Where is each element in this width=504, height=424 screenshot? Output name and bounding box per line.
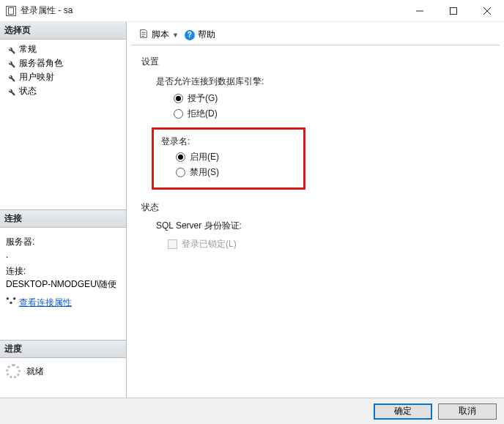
page-item-label: 常规 [19, 43, 37, 56]
login-label: 登录名: [161, 135, 259, 148]
progress-header: 进度 [0, 340, 126, 358]
chevron-down-icon: ▼ [172, 31, 179, 39]
content-area: 设置 是否允许连接到数据库引擎: 授予(G) 拒绝(D) 登录名: 启用(E) [127, 45, 504, 398]
page-item-label: 状态 [19, 85, 37, 97]
grant-label: 授予(G) [188, 92, 218, 105]
title-bar: 登录属性 - sa [0, 0, 504, 22]
checkbox-icon [168, 239, 177, 249]
radio-icon [176, 152, 185, 162]
permission-label: 是否允许连接到数据库引擎: [156, 75, 489, 88]
window-title: 登录属性 - sa [21, 4, 73, 17]
maximize-button[interactable] [437, 0, 470, 22]
sidebar: 选择页 常规 服务器角色 用户映射 状态 连接 服务器: . 连 [0, 22, 127, 398]
settings-heading: 设置 [141, 56, 489, 68]
connection-info: 服务器: . 连接: DESKTOP-NMODGEU\随便 查看连接属性 [0, 228, 126, 313]
cancel-label: 取消 [459, 405, 476, 417]
help-icon: ? [185, 30, 195, 40]
radio-icon [174, 94, 183, 103]
radio-icon [176, 168, 185, 177]
grant-radio[interactable]: 授予(G) [174, 92, 489, 105]
app-icon [6, 6, 16, 16]
connection-header: 连接 [0, 209, 126, 228]
main-area: 选择页 常规 服务器角色 用户映射 状态 连接 服务器: . 连 [0, 22, 504, 398]
progress-status: 就绪 [26, 365, 44, 378]
progress-block: 就绪 [0, 358, 126, 384]
sql-auth-label: SQL Server 身份验证: [156, 220, 489, 232]
view-connection-properties-link[interactable]: 查看连接属性 [6, 295, 72, 309]
select-page-header: 选择页 [0, 22, 126, 40]
page-item-label: 用户映射 [19, 71, 54, 83]
disable-label: 禁用(S) [190, 166, 219, 179]
script-label: 脚本 [152, 29, 169, 41]
enable-radio[interactable]: 启用(E) [176, 151, 259, 163]
wrench-icon [6, 45, 16, 55]
login-locked-label: 登录已锁定(L) [182, 238, 237, 250]
cancel-button[interactable]: 取消 [438, 403, 497, 420]
page-item-user-mapping[interactable]: 用户映射 [3, 70, 123, 84]
page-item-general[interactable]: 常规 [3, 42, 123, 56]
connection-value: DESKTOP-NMODGEU\随便 [6, 278, 120, 291]
view-connection-properties-label: 查看连接属性 [19, 296, 72, 309]
right-pane: 脚本 ▼ ? 帮助 设置 是否允许连接到数据库引擎: 授予(G) 拒绝(D) [127, 22, 504, 398]
page-list: 常规 服务器角色 用户映射 状态 [0, 40, 126, 101]
server-label: 服务器: [6, 235, 120, 248]
page-item-status[interactable]: 状态 [3, 84, 123, 98]
wrench-icon [6, 72, 16, 83]
ok-button[interactable]: 确定 [374, 403, 432, 420]
connection-label: 连接: [6, 264, 120, 278]
deny-label: 拒绝(D) [188, 108, 218, 120]
wrench-icon [6, 86, 16, 97]
close-button[interactable] [470, 0, 504, 22]
ok-label: 确定 [394, 405, 412, 417]
svg-rect-1 [451, 8, 457, 15]
script-button[interactable]: 脚本 ▼ [138, 29, 179, 41]
script-icon [138, 29, 149, 41]
help-button[interactable]: ? 帮助 [185, 29, 215, 41]
minimize-button[interactable] [403, 0, 437, 22]
page-item-label: 服务器角色 [19, 57, 63, 70]
server-value: . [6, 248, 120, 261]
wrench-icon [6, 59, 16, 69]
disable-radio[interactable]: 禁用(S) [176, 166, 259, 179]
enable-label: 启用(E) [190, 151, 219, 163]
login-highlight-box: 登录名: 启用(E) 禁用(S) [152, 127, 305, 190]
page-item-server-roles[interactable]: 服务器角色 [3, 56, 123, 70]
spinner-icon [6, 364, 21, 379]
toolbar: 脚本 ▼ ? 帮助 [131, 25, 500, 45]
radio-icon [174, 109, 183, 119]
login-locked-checkbox: 登录已锁定(L) [168, 238, 489, 250]
deny-radio[interactable]: 拒绝(D) [174, 108, 489, 120]
help-label: 帮助 [198, 29, 215, 41]
window-controls [403, 0, 504, 22]
dialog-buttons: 确定 取消 [0, 398, 504, 424]
status-heading: 状态 [141, 201, 489, 214]
network-icon [6, 295, 16, 309]
